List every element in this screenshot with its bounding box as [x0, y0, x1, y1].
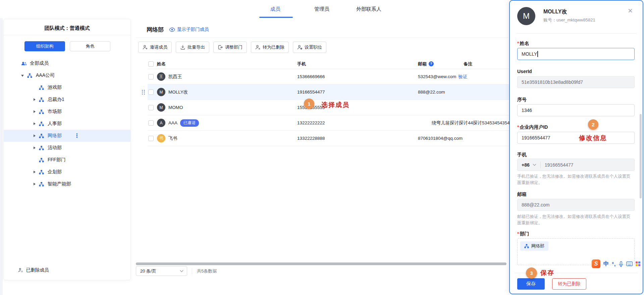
- table-row[interactable]: 书飞书133222288888706101804@qq.com: [148, 131, 513, 146]
- country-code-select[interactable]: +86: [522, 162, 530, 168]
- row-checkbox[interactable]: [148, 90, 154, 95]
- tab-members[interactable]: 成员: [270, 0, 280, 18]
- row-checkbox[interactable]: [148, 74, 154, 79]
- show-sub-members-label: 显示子部门成员: [177, 26, 209, 33]
- email-input: 888@22.com: [517, 199, 635, 211]
- department-tag[interactable]: 网络部: [520, 241, 548, 251]
- page-size-select[interactable]: 20 条/页: [136, 266, 187, 276]
- tree-caret-icon[interactable]: [33, 98, 36, 101]
- tree-item[interactable]: 总裁办1: [4, 94, 130, 106]
- tree-item-label: 活动部: [48, 145, 62, 151]
- tree-item[interactable]: 全部成员: [4, 57, 130, 69]
- microphone-icon[interactable]: [619, 261, 623, 267]
- annotation-step-1: 1: [304, 99, 314, 109]
- tree-item-label: 总裁办1: [48, 97, 64, 103]
- tree-item[interactable]: 企划部: [4, 166, 130, 178]
- row-checkbox[interactable]: [148, 136, 154, 141]
- tree-item[interactable]: 游戏部: [4, 81, 130, 94]
- ime-punctuation-toggle[interactable]: °,: [612, 261, 616, 267]
- row-checkbox[interactable]: [148, 120, 154, 126]
- table-header: 姓名手机邮箱?备注: [148, 59, 513, 69]
- department-field-label: 部门: [517, 231, 529, 237]
- vertical-scrollbar[interactable]: [640, 114, 642, 198]
- table-row[interactable]: 王凯西王15366669666532543@wew.com验证: [148, 69, 513, 84]
- tree-item[interactable]: 智能产能部: [4, 178, 130, 190]
- tree-caret-icon[interactable]: [21, 74, 24, 77]
- more-actions-icon[interactable]: ⋮: [74, 132, 79, 139]
- adjust-department-button[interactable]: 调整部门: [213, 42, 247, 53]
- set-position-button[interactable]: 设置职位: [293, 42, 326, 53]
- eye-icon: [169, 27, 175, 32]
- avatar: 王: [157, 72, 165, 81]
- keyboard-icon[interactable]: [626, 261, 633, 266]
- tree-item[interactable]: 市场部: [4, 106, 130, 118]
- corp-userid-input[interactable]: 19166554477: [517, 132, 635, 144]
- tab-external-contacts[interactable]: 外部联系人: [356, 0, 381, 18]
- save-button[interactable]: 保存: [517, 278, 545, 290]
- batch-export-button[interactable]: 批量导出: [176, 42, 209, 53]
- tree-caret-icon[interactable]: [33, 146, 36, 150]
- horizontal-scrollbar[interactable]: [136, 262, 506, 265]
- sogou-logo-icon[interactable]: S: [592, 259, 600, 268]
- team-icon: [21, 61, 27, 66]
- person-remove-icon: [255, 45, 261, 50]
- ime-language-toggle[interactable]: 中: [603, 260, 609, 268]
- email-cell: 532543@wew.com验证: [418, 74, 467, 80]
- name-input-value: MOLLY: [522, 51, 537, 57]
- move-out-icon: [218, 45, 223, 50]
- drag-handle-icon[interactable]: [142, 90, 145, 95]
- name-input[interactable]: MOLLY: [517, 48, 635, 60]
- tree-item[interactable]: 活动部: [4, 142, 130, 154]
- member-name: 飞书: [168, 135, 177, 141]
- tree-caret-icon[interactable]: [33, 134, 36, 137]
- column-header-name: 姓名: [157, 61, 297, 67]
- member-name: MOLLY改: [543, 8, 567, 15]
- show-sub-members-link[interactable]: 显示子部门成员: [169, 26, 209, 33]
- department-icon: [39, 157, 45, 163]
- table-row[interactable]: AAAA已邀请13222222222绕弯儿翁探讨探讨44探讨5345345435…: [148, 115, 513, 131]
- to-deleted-button[interactable]: 转为已删除: [251, 42, 289, 53]
- row-checkbox[interactable]: [148, 105, 154, 110]
- tree-caret-icon[interactable]: [33, 122, 36, 125]
- toolbar-button-label: 设置职位: [305, 44, 322, 50]
- tree-caret-icon[interactable]: [33, 182, 36, 186]
- tree-item-label: FFF部门: [48, 157, 66, 163]
- name-cell: MMOMO: [157, 103, 297, 112]
- email-verified-note: 邮箱已验证，您无法修改。如需修改请联系成员在个人设置页面重新绑定。: [517, 214, 634, 227]
- close-icon[interactable]: ×: [628, 7, 633, 15]
- phone-verified-note: 手机已验证，您无法修改。如需修改请联系成员在个人设置页面重新绑定。: [517, 173, 634, 186]
- tree-item[interactable]: 人事部: [4, 118, 130, 130]
- roles-button[interactable]: 角色: [70, 41, 110, 51]
- department-icon: [39, 133, 45, 139]
- divider: [192, 268, 192, 274]
- avatar: 书: [157, 134, 165, 142]
- email-value: 8706101804@qq.com: [418, 136, 463, 141]
- sidebar: 团队模式：普通模式 组织架构 角色 全部成员AAA公司游戏部总裁办1市场部人事部…: [3, 19, 131, 280]
- deleted-members-item[interactable]: 已删除成员: [4, 264, 130, 276]
- sequence-input[interactable]: 1346: [517, 104, 635, 116]
- tree-item[interactable]: 网络部⋮: [4, 130, 130, 142]
- userid-input: 51e3591810b13e8ad8b09fd7: [517, 76, 635, 88]
- tree-item[interactable]: AAA公司: [4, 69, 130, 81]
- tree-item-label: 企划部: [48, 169, 62, 175]
- total-count: 共5条数据: [197, 268, 217, 274]
- toolbar-button-label: 批量导出: [187, 44, 205, 50]
- ime-toolbox-icon[interactable]: [636, 261, 640, 266]
- tree-caret-icon[interactable]: [33, 110, 36, 113]
- tree-item[interactable]: FFF部门: [4, 154, 130, 166]
- deleted-member-icon: [18, 268, 23, 273]
- tree-caret-icon[interactable]: [33, 170, 36, 174]
- org-structure-button[interactable]: 组织架构: [24, 41, 65, 51]
- member-name: MOMO: [168, 105, 183, 110]
- phone-field-label: 手机: [517, 152, 527, 158]
- invite-members-button[interactable]: 邀请成员: [138, 42, 172, 53]
- select-all-checkbox[interactable]: [148, 61, 154, 67]
- member-name: 凯西王: [168, 74, 182, 80]
- verify-link[interactable]: 验证: [458, 74, 467, 80]
- help-icon[interactable]: ?: [429, 61, 434, 66]
- email-cell: 8706101804@qq.com: [418, 136, 463, 141]
- tab-admins[interactable]: 管理员: [314, 0, 329, 18]
- table-row[interactable]: MMOLLY改19166554477888@22.com: [148, 84, 513, 100]
- department-icon: [39, 109, 45, 115]
- to-deleted-button[interactable]: 转为已删除: [552, 278, 586, 290]
